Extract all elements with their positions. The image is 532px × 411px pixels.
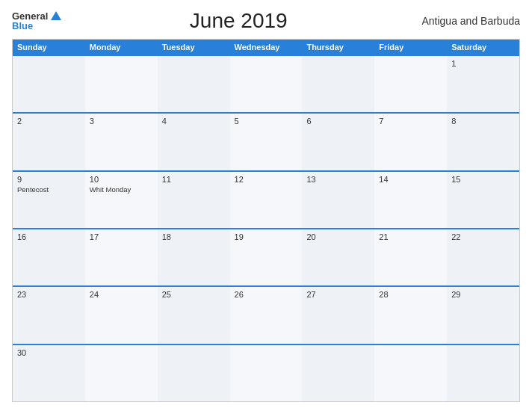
day-number: 25 [162,290,226,299]
calendar-empty-cell [302,56,374,112]
day-number: 11 [162,175,226,184]
calendar-week-3: 16171819202122 [13,228,519,285]
day-number: 2 [17,117,81,126]
calendar-header-row: SundayMondayTuesdayWednesdayThursdayFrid… [13,40,519,55]
calendar-week-4: 23242526272829 [13,285,519,343]
day-number: 6 [306,117,370,126]
calendar-header-cell-monday: Monday [85,40,158,55]
day-number: 4 [162,117,226,126]
calendar-week-1: 2345678 [13,112,519,170]
day-event: Whit Monday [90,185,153,194]
calendar-header-cell-wednesday: Wednesday [230,40,303,55]
calendar-empty-cell [85,345,158,401]
day-number: 15 [451,175,515,184]
calendar-day-10: 10Whit Monday [85,172,158,228]
calendar-grid: SundayMondayTuesdayWednesdayThursdayFrid… [12,39,520,402]
calendar-empty-cell [374,345,447,401]
calendar-day-23: 23 [13,287,85,343]
day-number: 19 [235,232,298,241]
calendar-empty-cell [13,56,85,112]
calendar-day-4: 4 [158,114,230,170]
day-number: 1 [451,59,515,68]
calendar-empty-cell [85,56,158,112]
logo-triangle-icon [51,11,61,20]
calendar-day-30: 30 [13,345,85,401]
calendar-header-cell-sunday: Sunday [13,40,85,55]
calendar-day-1: 1 [447,56,519,112]
calendar-day-17: 17 [85,229,158,285]
calendar-day-21: 21 [374,229,447,285]
calendar-title: June 2019 [61,9,415,33]
calendar-day-20: 20 [302,229,374,285]
calendar-week-0: 1 [13,55,519,112]
calendar-empty-cell [158,345,230,401]
calendar-day-2: 2 [13,114,85,170]
calendar-day-18: 18 [158,229,230,285]
calendar-day-24: 24 [85,287,158,343]
calendar-day-28: 28 [374,287,447,343]
calendar-week-2: 9Pentecost10Whit Monday1112131415 [13,170,519,228]
day-number: 8 [451,117,515,126]
calendar-day-9: 9Pentecost [13,172,85,228]
calendar-day-19: 19 [230,229,303,285]
day-number: 9 [17,175,81,184]
day-number: 5 [235,117,298,126]
calendar-day-13: 13 [302,172,374,228]
calendar-empty-cell [374,56,447,112]
calendar-day-12: 12 [230,172,303,228]
calendar-empty-cell [230,345,303,401]
logo: General Blue [12,11,61,31]
logo-blue-text: Blue [12,21,61,31]
day-number: 28 [379,290,442,299]
calendar-week-5: 30 [13,344,519,401]
header: General Blue June 2019 Antigua and Barbu… [12,9,520,33]
calendar-page: General Blue June 2019 Antigua and Barbu… [0,0,532,411]
calendar-header-cell-saturday: Saturday [447,40,519,55]
day-number: 21 [379,232,442,241]
day-number: 16 [17,232,81,241]
calendar-day-5: 5 [230,114,303,170]
calendar-day-29: 29 [447,287,519,343]
day-event: Pentecost [17,185,81,194]
calendar-day-22: 22 [447,229,519,285]
calendar-empty-cell [302,345,374,401]
calendar-day-8: 8 [447,114,519,170]
calendar-day-25: 25 [158,287,230,343]
day-number: 23 [17,290,81,299]
day-number: 12 [235,175,298,184]
calendar-day-7: 7 [374,114,447,170]
calendar-day-27: 27 [302,287,374,343]
day-number: 30 [17,348,81,357]
day-number: 29 [451,290,515,299]
calendar-day-15: 15 [447,172,519,228]
day-number: 20 [306,232,370,241]
calendar-body: 123456789Pentecost10Whit Monday111213141… [13,55,519,401]
calendar-day-16: 16 [13,229,85,285]
day-number: 7 [379,117,442,126]
day-number: 13 [306,175,370,184]
day-number: 14 [379,175,442,184]
calendar-day-14: 14 [374,172,447,228]
day-number: 26 [235,290,298,299]
calendar-empty-cell [230,56,303,112]
calendar-header-cell-friday: Friday [374,40,447,55]
day-number: 10 [90,175,153,184]
calendar-day-3: 3 [85,114,158,170]
calendar-empty-cell [447,345,519,401]
day-number: 24 [90,290,153,299]
country-name: Antigua and Barbuda [415,15,520,27]
calendar-empty-cell [158,56,230,112]
day-number: 18 [162,232,226,241]
calendar-header-cell-tuesday: Tuesday [158,40,230,55]
calendar-day-26: 26 [230,287,303,343]
day-number: 27 [306,290,370,299]
day-number: 17 [90,232,153,241]
calendar-day-11: 11 [158,172,230,228]
calendar-header-cell-thursday: Thursday [302,40,374,55]
calendar-day-6: 6 [302,114,374,170]
day-number: 3 [90,117,153,126]
day-number: 22 [451,232,515,241]
